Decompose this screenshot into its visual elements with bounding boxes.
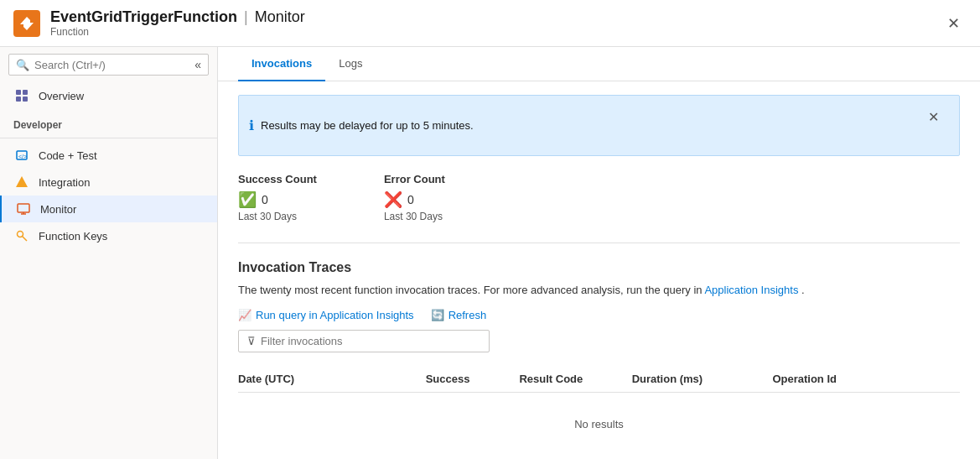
integration-icon — [13, 175, 30, 189]
no-results-message: No results — [238, 393, 960, 456]
banner-close-button[interactable]: ✕ — [918, 102, 949, 132]
success-count-value: 0 — [262, 193, 268, 206]
code-icon: </> — [13, 149, 30, 162]
chart-icon: 📈 — [238, 309, 251, 321]
search-input[interactable] — [34, 59, 191, 71]
error-count-value: 0 — [407, 193, 414, 206]
search-icon: 🔍 — [16, 59, 29, 71]
success-count-sub: Last 30 Days — [238, 211, 317, 222]
table-header: Date (UTC) Success Result Code Duration … — [238, 366, 960, 393]
tab-invocations[interactable]: Invocations — [238, 47, 325, 81]
filter-icon: ⊽ — [247, 335, 256, 347]
sidebar-divider — [0, 138, 217, 138]
invocation-traces-desc: The twenty most recent function invocati… — [238, 282, 960, 299]
search-box[interactable]: 🔍 « — [8, 54, 209, 76]
monitor-icon — [15, 202, 32, 216]
page-name: Monitor — [255, 8, 305, 26]
overview-icon — [13, 89, 30, 102]
content-area: ℹ Results may be delayed for up to 5 min… — [218, 81, 980, 459]
th-date: Date (UTC) — [238, 373, 426, 385]
svg-rect-7 — [18, 204, 29, 212]
action-bar: 📈 Run query in Application Insights 🔄 Re… — [238, 309, 960, 321]
title-bar: EventGridTriggerFunction | Monitor Funct… — [0, 0, 980, 47]
success-count-value-row: ✅ 0 — [238, 190, 317, 209]
th-result-code: Result Code — [519, 373, 631, 385]
sidebar-item-function-keys-label: Function Keys — [39, 230, 107, 243]
invocation-traces-section: Invocation Traces The twenty most recent… — [238, 260, 960, 456]
svg-rect-0 — [16, 90, 21, 95]
stats-divider — [238, 243, 960, 243]
svg-point-10 — [18, 232, 23, 237]
error-count-label: Error Count — [384, 173, 445, 185]
success-count-label: Success Count — [238, 173, 317, 185]
run-query-button[interactable]: 📈 Run query in Application Insights — [238, 309, 414, 321]
sidebar-item-integration-label: Integration — [39, 176, 90, 189]
svg-rect-1 — [23, 90, 28, 95]
title-text: EventGridTriggerFunction | Monitor Funct… — [50, 8, 305, 38]
th-operation-id: Operation Id — [772, 373, 960, 385]
tab-logs[interactable]: Logs — [325, 47, 376, 81]
close-button[interactable]: ✕ — [941, 11, 967, 36]
app-icon — [13, 10, 40, 37]
error-icon: ❌ — [384, 190, 402, 209]
sidebar-item-overview-label: Overview — [39, 90, 84, 102]
refresh-icon: 🔄 — [431, 309, 444, 321]
svg-rect-3 — [23, 96, 28, 102]
refresh-button[interactable]: 🔄 Refresh — [431, 309, 487, 321]
sidebar-item-code-label: Code + Test — [39, 149, 97, 162]
success-count-block: Success Count ✅ 0 Last 30 Days — [238, 173, 317, 222]
sidebar-item-monitor-label: Monitor — [40, 203, 76, 216]
keys-icon — [13, 229, 30, 243]
info-banner-message: Results may be delayed for up to 5 minut… — [261, 119, 474, 132]
error-count-block: Error Count ❌ 0 Last 30 Days — [384, 173, 445, 222]
error-count-value-row: ❌ 0 — [384, 190, 445, 209]
svg-line-11 — [23, 237, 28, 242]
invocation-traces-title: Invocation Traces — [238, 260, 960, 275]
svg-text:</>: </> — [18, 154, 27, 159]
sidebar-item-function-keys[interactable]: Function Keys — [0, 222, 217, 249]
error-count-sub: Last 30 Days — [384, 211, 445, 222]
svg-marker-6 — [16, 176, 28, 187]
desc-suffix: . — [801, 284, 805, 296]
title-separator: | — [244, 8, 248, 26]
sub-label: Function — [50, 26, 305, 38]
th-duration: Duration (ms) — [632, 373, 773, 385]
info-banner: ℹ Results may be delayed for up to 5 min… — [238, 95, 960, 156]
desc-text: The twenty most recent function invocati… — [238, 284, 703, 296]
app-name: EventGridTriggerFunction — [50, 8, 237, 26]
app-insights-link[interactable]: Application Insights — [704, 284, 798, 296]
tabs-bar: Invocations Logs — [218, 47, 980, 81]
run-query-label: Run query in Application Insights — [256, 309, 414, 321]
table-container: Date (UTC) Success Result Code Duration … — [238, 366, 960, 456]
svg-rect-2 — [16, 96, 21, 102]
th-success: Success — [426, 373, 520, 385]
main-content: Invocations Logs ℹ Results may be delaye… — [218, 47, 980, 459]
sidebar-item-integration[interactable]: Integration — [0, 169, 217, 196]
sidebar: 🔍 « Overview Developer </> Code + Test I… — [0, 47, 218, 459]
stats-row: Success Count ✅ 0 Last 30 Days Error Cou… — [238, 173, 960, 222]
sidebar-item-overview[interactable]: Overview — [0, 82, 217, 109]
sidebar-item-code-test[interactable]: </> Code + Test — [0, 142, 217, 169]
filter-box[interactable]: ⊽ — [238, 330, 490, 352]
success-icon: ✅ — [238, 190, 257, 209]
collapse-button[interactable]: « — [194, 58, 201, 71]
sidebar-section-developer: Developer — [0, 109, 217, 134]
sidebar-item-monitor[interactable]: Monitor — [0, 196, 217, 222]
filter-input[interactable] — [261, 335, 480, 347]
refresh-label: Refresh — [449, 309, 487, 321]
info-icon: ℹ — [249, 117, 254, 133]
